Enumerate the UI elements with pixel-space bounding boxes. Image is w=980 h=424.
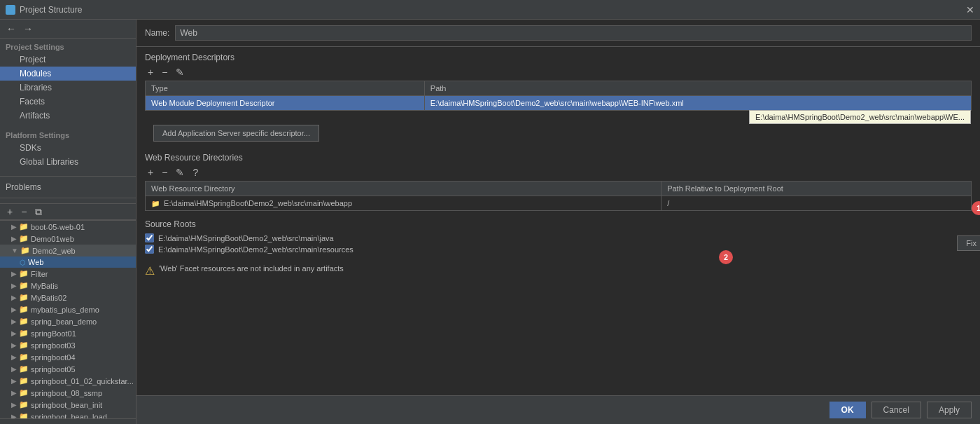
ok-button[interactable]: OK bbox=[830, 402, 866, 418]
wr-help-button[interactable]: ? bbox=[190, 167, 201, 178]
tree-item-label: Demo2_web bbox=[32, 247, 76, 255]
tree-item-label: boot-05-web-01 bbox=[31, 223, 85, 231]
tree-copy-button[interactable]: ⧉ bbox=[32, 206, 45, 217]
tree-item-springboot05[interactable]: ▶ 📁 springboot05 bbox=[0, 363, 136, 375]
tree-item-filter[interactable]: ▶ 📁 Filter bbox=[0, 268, 136, 280]
tree-item-label: mybatis_plus_demo bbox=[31, 306, 99, 314]
tree-item-mybatis02[interactable]: ▶ 📁 MyBatis02 bbox=[0, 292, 136, 303]
content-area: Name: Deployment Descriptors + − ✎ Type bbox=[136, 20, 980, 424]
folder-icon: 📁 bbox=[19, 341, 29, 350]
expand-arrow: ▶ bbox=[11, 341, 17, 349]
fix-area: 1 ↓ Fix bbox=[957, 201, 980, 251]
col-type: Type bbox=[146, 81, 425, 96]
folder-icon: 📁 bbox=[19, 400, 29, 409]
platform-settings-label: Platform Settings bbox=[0, 127, 136, 141]
tree-item-springboot-quickstart[interactable]: ▶ 📁 springboot_01_02_quickstar... bbox=[0, 375, 136, 387]
apply-button[interactable]: Apply bbox=[927, 402, 972, 418]
tree-item-label: springboot_bean_init bbox=[31, 401, 102, 409]
fix-button[interactable]: Fix bbox=[957, 235, 980, 251]
col-path: Path bbox=[424, 81, 971, 96]
nav-back-button[interactable]: ← bbox=[4, 22, 18, 35]
dd-add-button[interactable]: + bbox=[145, 67, 156, 78]
tree-item-label: springboot_08_ssmp bbox=[31, 389, 102, 397]
tree-item-mybatis-plus[interactable]: ▶ 📁 mybatis_plus_demo bbox=[0, 303, 136, 315]
facets-label: Facets bbox=[20, 97, 45, 107]
add-server-button[interactable]: Add Application Server specific descript… bbox=[153, 125, 319, 142]
folder-icon: 📁 bbox=[19, 317, 29, 326]
sidebar-item-artifacts[interactable]: Artifacts bbox=[0, 109, 136, 123]
tree-item-demo2web[interactable]: ▼ 📁 Demo2_web bbox=[0, 245, 136, 257]
wr-edit-button[interactable]: ✎ bbox=[173, 167, 187, 178]
wr-cell-dir: 📁 E:\daima\HMSpringBoot\Demo2_web\src\ma… bbox=[146, 196, 662, 211]
sidebar-item-project[interactable]: Project bbox=[0, 53, 136, 67]
expand-arrow: ▶ bbox=[11, 389, 17, 397]
tree-toolbar bbox=[0, 198, 136, 203]
cancel-button[interactable]: Cancel bbox=[872, 402, 921, 418]
callout-1: 1 bbox=[972, 201, 980, 215]
cell-path: E:\daima\HMSpringBoot\Demo2_web\src\main… bbox=[424, 96, 971, 111]
tree-item-web[interactable]: ⬡ Web bbox=[0, 257, 136, 268]
sidebar-item-problems[interactable]: Problems bbox=[0, 177, 136, 198]
window-title: Project Structure bbox=[20, 5, 82, 15]
expand-arrow: ▶ bbox=[11, 413, 17, 418]
tree-remove-button[interactable]: − bbox=[18, 206, 29, 217]
sidebar-item-global-libraries[interactable]: Global Libraries bbox=[0, 155, 136, 169]
module-icon: ⬡ bbox=[20, 259, 26, 266]
cell-type: Web Module Deployment Descriptor bbox=[146, 96, 425, 111]
tree-item-demo01web[interactable]: ▶ 📁 Demo01web bbox=[0, 233, 136, 245]
folder-icon: 📁 bbox=[19, 293, 29, 302]
source-root-resources-checkbox[interactable] bbox=[145, 245, 154, 254]
name-label: Name: bbox=[145, 28, 169, 38]
table-row[interactable]: Web Module Deployment Descriptor E:\daim… bbox=[146, 96, 972, 111]
warning-row: ⚠ 'Web' Facet resources are not included… bbox=[145, 264, 972, 278]
tree-item-springboot-ssmp[interactable]: ▶ 📁 springboot_08_ssmp bbox=[0, 387, 136, 399]
tree-item-label: MyBatis02 bbox=[31, 294, 66, 302]
tree-item-spring-bean-demo[interactable]: ▶ 📁 spring_bean_demo bbox=[0, 315, 136, 327]
sidebar-item-libraries[interactable]: Libraries bbox=[0, 81, 136, 95]
wr-remove-button[interactable]: − bbox=[159, 167, 170, 178]
wr-cell-path: / bbox=[662, 196, 972, 211]
close-button[interactable]: ✕ bbox=[966, 4, 974, 15]
libraries-label: Libraries bbox=[20, 83, 52, 93]
folder-icon: 📁 bbox=[19, 353, 29, 362]
sidebar-item-modules[interactable]: Modules bbox=[0, 67, 136, 81]
dd-remove-button[interactable]: − bbox=[159, 67, 170, 78]
sidebar: ← → Project Settings Project Modules Lib… bbox=[0, 20, 136, 424]
tree-item-springboot03[interactable]: ▶ 📁 springboot03 bbox=[0, 339, 136, 351]
tree-item-mybatis[interactable]: ▶ 📁 MyBatis bbox=[0, 280, 136, 292]
sdks-label: SDKs bbox=[20, 143, 41, 153]
global-libraries-label: Global Libraries bbox=[20, 157, 78, 167]
modules-label: Modules bbox=[20, 69, 51, 78]
path-tooltip: E:\daima\HMSpringBoot\Demo2_web\src\main… bbox=[749, 110, 971, 124]
tree-item-label: springBoot01 bbox=[31, 329, 76, 338]
tree-item-boot[interactable]: ▶ 📁 boot-05-web-01 bbox=[0, 221, 136, 233]
tree-item-label: Web bbox=[28, 258, 43, 266]
name-input[interactable] bbox=[175, 25, 972, 41]
folder-icon: 📁 bbox=[19, 329, 29, 338]
table-row[interactable]: 📁 E:\daima\HMSpringBoot\Demo2_web\src\ma… bbox=[146, 196, 972, 211]
horizontal-scrollbar[interactable] bbox=[0, 418, 136, 424]
deployment-table: Type Path Web Module Deployment Descript… bbox=[145, 81, 972, 111]
source-root-java-checkbox[interactable] bbox=[145, 233, 154, 242]
nav-forward-button[interactable]: → bbox=[21, 22, 35, 35]
tree-toolbar-row: + − ⧉ bbox=[0, 203, 136, 220]
source-root-resources-path: E:\daima\HMSpringBoot\Demo2_web\src\main… bbox=[158, 245, 354, 254]
sidebar-item-sdks[interactable]: SDKs bbox=[0, 141, 136, 155]
sidebar-item-facets[interactable]: Facets bbox=[0, 95, 136, 109]
dd-edit-button[interactable]: ✎ bbox=[173, 67, 187, 78]
folder-icon: 📁 bbox=[19, 412, 29, 418]
tree-item-label: spring_bean_demo bbox=[31, 317, 97, 326]
expand-arrow: ▶ bbox=[11, 282, 17, 289]
tree-item-springboot01[interactable]: ▶ 📁 springBoot01 bbox=[0, 327, 136, 339]
tree-item-springboot04[interactable]: ▶ 📁 springboot04 bbox=[0, 351, 136, 363]
wr-add-button[interactable]: + bbox=[145, 167, 156, 178]
name-row: Name: bbox=[136, 20, 980, 47]
expand-arrow: ▶ bbox=[11, 294, 17, 301]
tree-add-button[interactable]: + bbox=[4, 206, 15, 217]
tree-item-springboot-bean-load[interactable]: ▶ 📁 springboot_bean_load bbox=[0, 411, 136, 418]
project-label: Project bbox=[20, 55, 46, 64]
deployment-descriptors-section: Deployment Descriptors + − ✎ Type Path bbox=[136, 47, 980, 116]
tree-item-springboot-bean-init[interactable]: ▶ 📁 springboot_bean_init bbox=[0, 399, 136, 411]
wr-col-dir: Web Resource Directory bbox=[146, 182, 662, 196]
source-root-java: E:\daima\HMSpringBoot\Demo2_web\src\main… bbox=[145, 233, 972, 242]
